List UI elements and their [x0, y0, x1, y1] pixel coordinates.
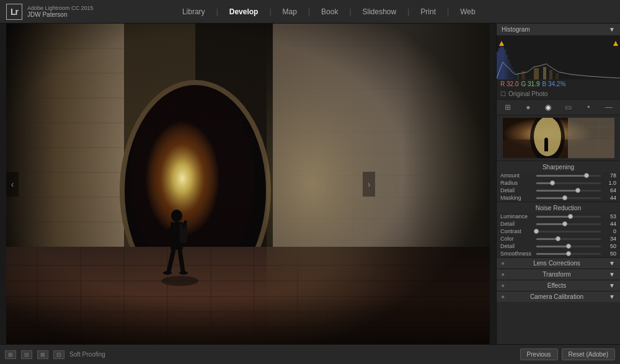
previous-button[interactable]: Previous — [520, 348, 558, 360]
svg-point-57 — [161, 276, 198, 286]
tool-rect[interactable]: ▭ — [562, 102, 575, 112]
svg-rect-74 — [521, 71, 525, 79]
tool-circle-dot[interactable]: ● — [522, 102, 534, 112]
nav-web[interactable]: Web — [460, 7, 475, 16]
noise-color-row: Color 34 — [497, 235, 620, 242]
noise-contrast-label: Contrast — [500, 228, 534, 234]
svg-rect-84 — [544, 141, 548, 151]
svg-rect-72 — [515, 72, 517, 79]
transform-dot: ■ — [502, 272, 505, 277]
nav-book[interactable]: Book — [321, 7, 338, 16]
transform-header[interactable]: ■ Transform ▼ — [497, 269, 620, 280]
noise-color-detail-track[interactable] — [536, 246, 601, 247]
nav-map[interactable]: Map — [283, 7, 297, 16]
bottom-bar: ⊞ ⊟ ⊠ ⊡ Soft Proofing Previous Reset (Ad… — [0, 344, 620, 364]
noise-luminance-track[interactable] — [536, 216, 601, 218]
sharpening-masking-track[interactable] — [536, 197, 601, 199]
svg-rect-63 — [498, 48, 500, 79]
svg-rect-71 — [513, 70, 515, 79]
effects-label: Effects — [547, 282, 566, 289]
effects-header[interactable]: ■ Effects ▼ — [497, 280, 620, 291]
app-title: Adobe Lightroom CC 2015 — [27, 5, 94, 11]
nav-develop[interactable]: Develop — [229, 7, 259, 16]
histogram-canvas — [497, 36, 620, 79]
svg-point-56 — [179, 271, 188, 275]
nav-menu: Library | Develop | Map | Book | Slidesh… — [182, 7, 476, 16]
tool-circle-active[interactable]: ◉ — [542, 102, 554, 112]
sharpening-section: Sharpening Amount 78 Radius 1.0 Detail — [497, 161, 620, 202]
logo-area: Lr Adobe Lightroom CC 2015 JDW Paterson — [6, 4, 94, 20]
histogram-header: Histogram ▼ — [497, 24, 620, 36]
bottom-icon-grid[interactable]: ⊞ — [5, 350, 16, 359]
sharpening-radius-track[interactable] — [536, 182, 601, 184]
photo-nav-right[interactable]: › — [363, 172, 375, 197]
reset-button[interactable]: Reset (Adobe) — [562, 348, 615, 360]
noise-detail-track[interactable] — [536, 223, 601, 225]
noise-smoothness-value: 50 — [603, 251, 616, 257]
noise-luminance-label: Luminance — [500, 213, 534, 220]
noise-reduction-title: Noise Reduction — [497, 202, 620, 213]
bottom-icon-filmstrip[interactable]: ⊡ — [53, 350, 64, 359]
b-value: B 34.2% — [542, 81, 566, 87]
nav-slideshow[interactable]: Slideshow — [363, 7, 397, 16]
sharpening-masking-value: 44 — [603, 195, 616, 201]
tool-line[interactable]: — — [603, 102, 615, 112]
bottom-icon-compare[interactable]: ⊟ — [21, 350, 32, 359]
effects-dot: ■ — [502, 283, 505, 288]
sharpening-masking-label: Masking — [500, 195, 534, 201]
noise-contrast-track[interactable] — [536, 231, 601, 233]
svg-rect-76 — [543, 67, 546, 79]
tool-dot[interactable]: • — [582, 102, 595, 112]
top-bar: Lr Adobe Lightroom CC 2015 JDW Paterson … — [0, 0, 620, 24]
nav-library[interactable]: Library — [182, 7, 205, 16]
noise-color-label: Color — [500, 236, 534, 242]
noise-detail-value: 44 — [603, 221, 616, 227]
photo-nav-left[interactable]: ‹ — [6, 172, 19, 197]
nav-print[interactable]: Print — [420, 7, 436, 16]
photo-container: ‹ › — [6, 24, 490, 344]
noise-smoothness-track[interactable] — [536, 253, 601, 255]
lens-corrections-label: Lens Corrections — [533, 260, 580, 267]
histogram-section: Histogram ▼ — [497, 24, 620, 99]
noise-color-detail-value: 50 — [603, 243, 616, 249]
sharpening-radius-value: 1.0 — [603, 180, 616, 186]
thumb-container — [497, 115, 620, 161]
sharpening-amount-track[interactable] — [536, 175, 601, 177]
sharpening-amount-label: Amount — [500, 172, 534, 179]
noise-detail-label: Detail — [500, 221, 534, 227]
sharpening-detail-track[interactable] — [536, 190, 601, 192]
effects-arrow: ▼ — [609, 282, 615, 289]
svg-rect-58 — [267, 24, 490, 344]
noise-detail-row: Detail 44 — [497, 220, 620, 228]
noise-smoothness-row: Smoothness 50 — [497, 250, 620, 257]
histogram-menu-icon[interactable]: ▼ — [609, 26, 615, 33]
right-panel: Histogram ▼ — [496, 24, 620, 344]
noise-smoothness-label: Smoothness — [500, 251, 534, 257]
noise-color-track[interactable] — [536, 238, 601, 240]
camera-calibration-arrow: ▼ — [609, 293, 615, 300]
photo-svg — [6, 24, 490, 344]
sharpening-radius-label: Radius — [500, 180, 534, 186]
main-layout: ‹ › Histogram ▼ — [0, 24, 620, 344]
svg-rect-75 — [534, 68, 539, 79]
g-value: G 31.9 — [521, 81, 539, 87]
camera-calibration-header[interactable]: ■ Camera Calibration ▼ — [497, 291, 620, 302]
tool-grid[interactable]: ⊞ — [502, 102, 514, 112]
bottom-icon-survey[interactable]: ⊠ — [37, 350, 48, 359]
lens-corrections-header[interactable]: ■ Lens Corrections ▼ — [497, 257, 620, 269]
svg-point-55 — [163, 271, 172, 275]
svg-rect-68 — [508, 60, 510, 79]
sharpening-amount-value: 78 — [603, 172, 616, 179]
lens-corrections-dot: ■ — [502, 260, 505, 266]
sharpening-title: Sharpening — [497, 161, 620, 172]
svg-point-48 — [171, 210, 182, 222]
svg-line-54 — [180, 250, 183, 272]
noise-contrast-value: 0 — [603, 228, 616, 234]
noise-color-detail-label: Detail — [500, 243, 534, 249]
svg-point-85 — [544, 138, 548, 143]
noise-luminance-value: 53 — [603, 213, 616, 220]
noise-color-value: 34 — [603, 236, 616, 242]
svg-rect-86 — [568, 118, 614, 158]
histogram-svg — [497, 36, 620, 79]
camera-calibration-dot: ■ — [502, 294, 505, 300]
